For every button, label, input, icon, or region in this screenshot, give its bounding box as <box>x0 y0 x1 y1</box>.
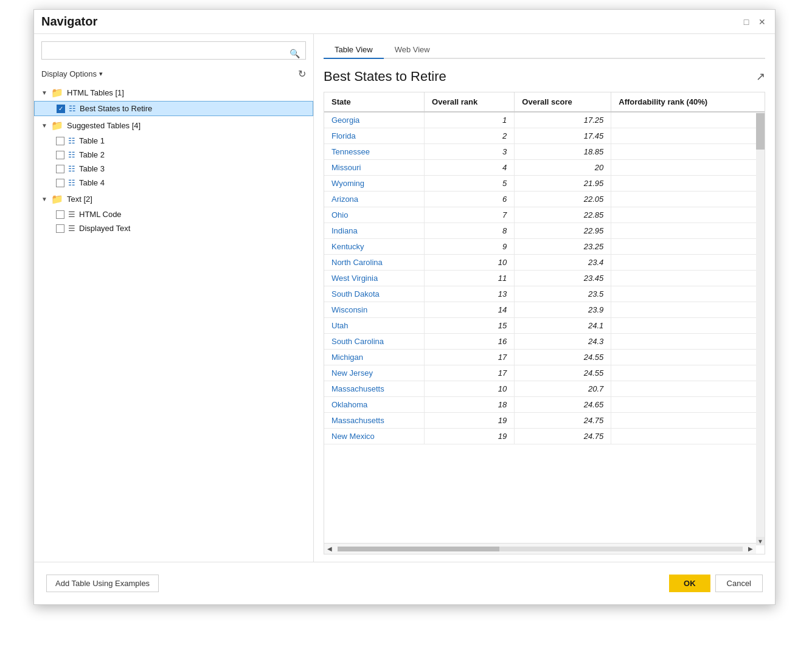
cell-score: 21.95 <box>515 176 611 192</box>
cell-score: 17.25 <box>515 112 611 128</box>
cell-state[interactable]: Utah <box>324 318 425 334</box>
tree-group-header-html-tables[interactable]: ▼ 📁 HTML Tables [1] <box>34 85 313 101</box>
checkbox-html-code[interactable] <box>56 210 64 219</box>
close-button[interactable]: ✕ <box>757 16 768 27</box>
right-panel: Table View Web View Best States to Retir… <box>314 34 775 562</box>
cell-score: 17.45 <box>515 128 611 144</box>
preview-title: Best States to Retire <box>324 69 446 85</box>
search-input[interactable] <box>41 41 306 60</box>
folder-icon: 📁 <box>51 87 63 98</box>
cell-state[interactable]: Georgia <box>324 112 425 128</box>
export-icon[interactable]: ↗ <box>756 70 765 83</box>
tree-item-table4[interactable]: ☷ Table 4 <box>34 176 313 190</box>
h-scroll-thumb[interactable] <box>338 547 499 551</box>
add-table-button[interactable]: Add Table Using Examples <box>46 575 159 592</box>
cell-state[interactable]: South Dakota <box>324 286 425 302</box>
tab-table-view[interactable]: Table View <box>324 41 384 59</box>
cell-state[interactable]: Kentucky <box>324 239 425 255</box>
col-affordability: Affordability rank (40%) <box>611 92 765 112</box>
scroll-left-arrow[interactable]: ◀ <box>324 544 335 554</box>
tab-web-view[interactable]: Web View <box>384 41 441 59</box>
cell-rank: 7 <box>425 207 515 223</box>
cell-rank: 16 <box>425 334 515 350</box>
tree-group-header-suggested[interactable]: ▼ 📁 Suggested Tables [4] <box>34 117 313 134</box>
cell-state[interactable]: South Carolina <box>324 334 425 350</box>
cell-state[interactable]: Arizona <box>324 192 425 207</box>
table-row: Georgia117.25 <box>324 112 765 128</box>
tree-item-best-states[interactable]: ✓ ☷ Best States to Retire <box>34 101 313 116</box>
table-row: Wisconsin1423.9 <box>324 302 765 318</box>
col-overall-rank: Overall rank <box>425 92 515 112</box>
cancel-button[interactable]: Cancel <box>715 575 763 592</box>
scroll-right-arrow[interactable]: ▶ <box>745 544 756 554</box>
navigator-window: Navigator □ ✕ 🔍 Display Options ▾ ↻ <box>33 9 776 605</box>
cell-state[interactable]: New Mexico <box>324 429 425 444</box>
cell-score: 24.75 <box>515 413 611 429</box>
tree-group-header-text[interactable]: ▼ 📁 Text [2] <box>34 191 313 207</box>
table-row: Massachusetts1924.75 <box>324 413 765 429</box>
table-row: Florida217.45 <box>324 128 765 144</box>
cell-affordability <box>611 350 765 365</box>
table-row: Utah1524.1 <box>324 318 765 334</box>
cell-score: 24.65 <box>515 397 611 413</box>
table-row: Missouri420 <box>324 160 765 176</box>
table-icon-1: ☷ <box>68 136 75 145</box>
cell-score: 20.7 <box>515 381 611 397</box>
table-row: New Mexico1924.75 <box>324 429 765 444</box>
cell-rank: 5 <box>425 176 515 192</box>
tree-item-html-code[interactable]: ☰ HTML Code <box>34 207 313 221</box>
checkbox-table2[interactable] <box>56 151 64 159</box>
cell-state[interactable]: West Virginia <box>324 271 425 286</box>
table4-label: Table 4 <box>79 178 105 187</box>
refresh-icon[interactable]: ↻ <box>298 68 306 80</box>
table-wrapper: State Overall rank Overall score Afforda… <box>324 92 765 554</box>
cell-affordability <box>611 176 765 192</box>
table-row: North Carolina1023.4 <box>324 255 765 271</box>
table-row: West Virginia1123.45 <box>324 271 765 286</box>
cell-state[interactable]: Massachusetts <box>324 381 425 397</box>
display-options-button[interactable]: Display Options ▾ <box>41 69 103 78</box>
cell-score: 24.55 <box>515 350 611 365</box>
tree-item-table3[interactable]: ☷ Table 3 <box>34 162 313 176</box>
checkbox-table1[interactable] <box>56 137 64 145</box>
cell-affordability <box>611 239 765 255</box>
tree-item-table2[interactable]: ☷ Table 2 <box>34 148 313 162</box>
scrollbar-thumb[interactable] <box>756 113 765 150</box>
cell-state[interactable]: Tennessee <box>324 144 425 160</box>
cell-affordability <box>611 397 765 413</box>
cell-rank: 15 <box>425 318 515 334</box>
checkbox-displayed-text[interactable] <box>56 224 64 233</box>
cell-rank: 13 <box>425 286 515 302</box>
cell-score: 22.05 <box>515 192 611 207</box>
cell-state[interactable]: Indiana <box>324 223 425 239</box>
html-code-label: HTML Code <box>79 210 122 219</box>
cell-state[interactable]: Ohio <box>324 207 425 223</box>
cell-state[interactable]: Wyoming <box>324 176 425 192</box>
cell-state[interactable]: North Carolina <box>324 255 425 271</box>
table-row: Wyoming521.95 <box>324 176 765 192</box>
cell-state[interactable]: Wisconsin <box>324 302 425 318</box>
displayed-text-label: Displayed Text <box>79 224 130 233</box>
h-scroll-track <box>338 547 743 551</box>
cell-state[interactable]: Oklahoma <box>324 397 425 413</box>
scroll-down-arrow[interactable]: ▼ <box>756 537 765 545</box>
vertical-scrollbar[interactable]: ▲ ▼ <box>756 113 765 545</box>
left-panel: 🔍 Display Options ▾ ↻ ▼ 📁 HTML Tables [1… <box>34 34 314 562</box>
tree-item-displayed-text[interactable]: ☰ Displayed Text <box>34 221 313 235</box>
checkbox-table4[interactable] <box>56 179 64 187</box>
minimize-button[interactable]: □ <box>741 16 752 27</box>
cell-state[interactable]: Missouri <box>324 160 425 176</box>
checkbox-table3[interactable] <box>56 165 64 173</box>
display-options-label: Display Options <box>41 69 97 78</box>
cell-affordability <box>611 112 765 128</box>
cell-state[interactable]: Michigan <box>324 350 425 365</box>
cell-state[interactable]: New Jersey <box>324 365 425 381</box>
cell-state[interactable]: Massachusetts <box>324 413 425 429</box>
cell-state[interactable]: Florida <box>324 128 425 144</box>
tree-item-table1[interactable]: ☷ Table 1 <box>34 134 313 148</box>
cell-rank: 17 <box>425 350 515 365</box>
table-icon-best-states: ☷ <box>69 104 76 113</box>
ok-button[interactable]: OK <box>669 575 710 592</box>
cell-rank: 2 <box>425 128 515 144</box>
checkbox-best-states[interactable]: ✓ <box>57 105 65 113</box>
